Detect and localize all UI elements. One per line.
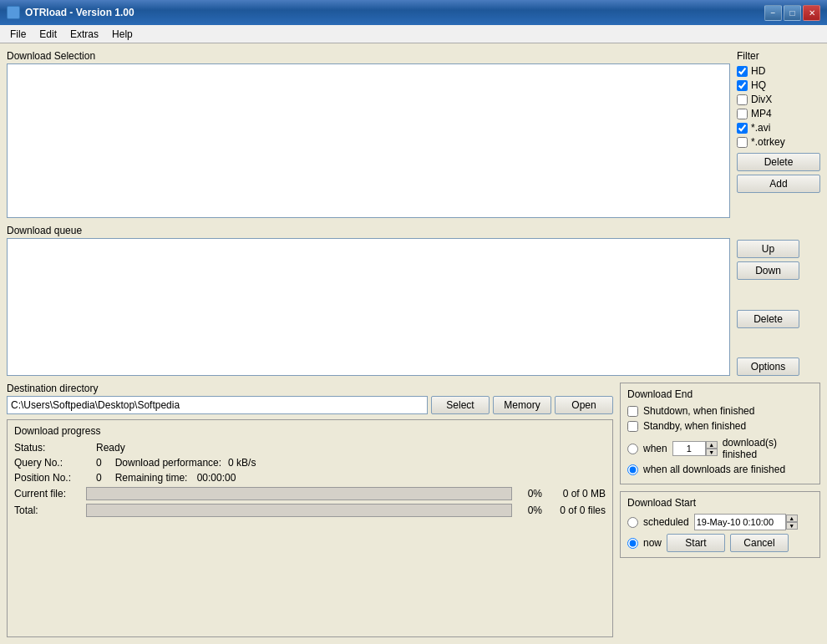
queue-side-buttons: Up Down Delete Options <box>737 225 820 376</box>
datetime-spinner-up[interactable]: ▲ <box>786 515 798 522</box>
position-col: Position No.: 0 <box>14 472 102 484</box>
filter-otrkey-label: *.otrkey <box>751 136 785 148</box>
shutdown-checkbox[interactable] <box>627 406 638 417</box>
remaining-time-label: Remaining time: <box>115 472 190 484</box>
menu-bar: File Edit Extras Help <box>0 25 827 43</box>
filter-divx-checkbox[interactable] <box>737 94 748 105</box>
main-window: Download Selection Filter HD HQ DivX MP4 <box>0 43 827 644</box>
now-label: now <box>643 537 662 549</box>
downloads-finished-label: download(s) finished <box>723 437 813 460</box>
menu-help[interactable]: Help <box>105 27 140 42</box>
destination-input[interactable] <box>7 396 428 414</box>
spinner-arrows: ▲ ▼ <box>706 441 718 456</box>
standby-row: Standby, when finished <box>627 420 813 432</box>
cancel-button[interactable]: Cancel <box>730 534 789 552</box>
queue-down-button[interactable]: Down <box>737 261 799 280</box>
download-selection-list[interactable] <box>7 63 730 218</box>
filter-mp4-checkbox[interactable] <box>737 109 748 119</box>
download-selection-area: Download Selection <box>7 50 730 218</box>
status-label: Status: <box>14 442 89 454</box>
when-row: when ▲ ▼ download(s) finished <box>627 437 813 460</box>
when-value-input[interactable] <box>672 441 706 456</box>
filter-add-button[interactable]: Add <box>737 175 820 193</box>
now-radio[interactable] <box>627 538 638 549</box>
download-start-box: Download Start scheduled ▲ ▼ now <box>620 491 820 558</box>
bottom-area: Destination directory Select Memory Open… <box>7 383 820 637</box>
progress-position-row: Position No.: 0 Remaining time: 00:00:00 <box>14 472 606 484</box>
progress-status-row: Status: Ready <box>14 442 606 454</box>
when-all-label: when all downloads are finished <box>643 464 785 475</box>
memory-button[interactable]: Memory <box>493 396 551 414</box>
minimize-button[interactable]: − <box>764 5 782 21</box>
select-button[interactable]: Select <box>431 396 490 414</box>
filter-avi-label: *.avi <box>751 122 770 134</box>
queue-options-button[interactable]: Options <box>737 357 799 376</box>
remaining-time-value: 00:00:00 <box>197 472 236 484</box>
datetime-spinner-arrows: ▲ ▼ <box>786 515 798 530</box>
when-all-row: when all downloads are finished <box>627 464 813 475</box>
status-col: Status: Ready <box>14 442 125 454</box>
scheduled-radio[interactable] <box>627 517 638 528</box>
scheduled-datetime-wrap: ▲ ▼ <box>694 514 798 530</box>
filter-otrkey-checkbox[interactable] <box>737 137 748 148</box>
download-queue-label: Download queue <box>7 225 730 236</box>
download-progress-box: Download progress Status: Ready Query No… <box>7 419 613 637</box>
when-radio[interactable] <box>627 444 638 454</box>
maximize-button[interactable]: □ <box>784 5 801 21</box>
spinner-down-arrow[interactable]: ▼ <box>706 449 718 456</box>
filter-mp4-label: MP4 <box>751 108 772 119</box>
middle-area: Download queue Up Down Delete Options <box>7 225 820 376</box>
perf-col: Download performance: 0 kB/s <box>115 457 256 469</box>
current-file-row: Current file: 0% 0 of 0 MB <box>14 487 606 500</box>
current-file-label: Current file: <box>14 488 81 499</box>
total-label: Total: <box>14 505 81 516</box>
queue-up-button[interactable]: Up <box>737 240 799 258</box>
when-all-radio[interactable] <box>627 464 638 475</box>
filter-divx: DivX <box>737 94 820 105</box>
datetime-spinner-down[interactable]: ▼ <box>786 522 798 530</box>
filter-mp4: MP4 <box>737 108 820 119</box>
standby-label: Standby, when finished <box>643 420 746 432</box>
close-button[interactable]: ✕ <box>803 5 820 21</box>
download-end-title: Download End <box>627 388 813 400</box>
when-label: when <box>643 443 667 454</box>
total-size: 0 of 0 files <box>547 505 606 516</box>
download-start-title: Download Start <box>627 497 813 509</box>
position-no-label: Position No.: <box>14 472 89 484</box>
spinner-up-arrow[interactable]: ▲ <box>706 441 718 449</box>
current-file-progress-bar <box>86 487 512 500</box>
title-bar: OTRload - Version 1.00 − □ ✕ <box>0 0 827 25</box>
menu-file[interactable]: File <box>3 27 33 42</box>
download-progress-title: Download progress <box>14 425 606 437</box>
standby-checkbox[interactable] <box>627 421 638 432</box>
download-selection-label: Download Selection <box>7 50 730 62</box>
menu-edit[interactable]: Edit <box>33 27 63 42</box>
filter-hd-label: HD <box>751 65 765 77</box>
start-button[interactable]: Start <box>667 534 725 552</box>
dest-dir-row: Select Memory Open <box>7 396 613 414</box>
now-row: now Start Cancel <box>627 534 813 552</box>
scheduled-datetime-input[interactable] <box>694 514 786 530</box>
filter-panel: Filter HD HQ DivX MP4 *.avi <box>737 50 820 218</box>
query-no-value: 0 <box>96 457 102 469</box>
query-no-label: Query No.: <box>14 457 89 469</box>
download-queue-list[interactable] <box>7 238 730 376</box>
window-title: OTRload - Version 1.00 <box>25 7 764 18</box>
app-icon <box>7 6 20 19</box>
filter-delete-button[interactable]: Delete <box>737 153 820 171</box>
download-perf-value: 0 kB/s <box>228 457 256 469</box>
filter-otrkey: *.otrkey <box>737 136 820 148</box>
menu-extras[interactable]: Extras <box>63 27 105 42</box>
shutdown-row: Shutdown, when finished <box>627 405 813 417</box>
progress-query-row: Query No.: 0 Download performance: 0 kB/… <box>14 457 606 469</box>
open-button[interactable]: Open <box>555 396 613 414</box>
queue-delete-button[interactable]: Delete <box>737 310 799 328</box>
filter-avi-checkbox[interactable] <box>737 123 748 134</box>
filter-hq-checkbox[interactable] <box>737 80 748 91</box>
query-col: Query No.: 0 <box>14 457 102 469</box>
filter-hq: HQ <box>737 79 820 91</box>
status-value: Ready <box>96 442 125 454</box>
window-controls: − □ ✕ <box>764 5 820 21</box>
destination-directory-section: Destination directory Select Memory Open <box>7 383 613 414</box>
filter-hd-checkbox[interactable] <box>737 66 748 77</box>
